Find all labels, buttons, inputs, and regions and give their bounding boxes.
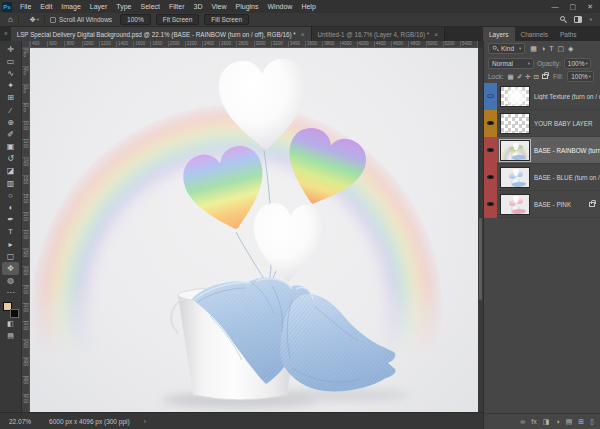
pen-tool[interactable]: ✒ — [2, 214, 19, 226]
status-chevron-icon[interactable]: › — [144, 418, 146, 425]
visibility-eye-icon[interactable] — [487, 148, 494, 153]
chevron-down-icon[interactable]: ▾ — [590, 17, 592, 22]
panel-tab[interactable]: Channels — [515, 27, 554, 41]
new-group[interactable]: ▤ — [566, 418, 573, 426]
layer-name[interactable]: YOUR BABY LAYER — [534, 120, 593, 127]
layer-thumbnail[interactable] — [500, 140, 530, 161]
menu-item[interactable]: Type — [116, 3, 131, 10]
kind-filter-dropdown[interactable]: Kind ▾ — [488, 43, 525, 54]
option-button[interactable]: Fill Screen — [204, 14, 249, 25]
scrollbar-thumb[interactable] — [479, 218, 482, 300]
add-layer-mask[interactable]: ◨ — [543, 418, 550, 426]
clone-stamp-tool[interactable]: ▣ — [2, 141, 19, 153]
color-swatches[interactable] — [3, 302, 19, 318]
BASE - RAINBOW (turn on / off)[interactable]: BASE - RAINBOW (turn on / off) — [484, 137, 600, 164]
layer-name[interactable]: BASE - PINK — [534, 201, 571, 208]
screen-mode[interactable]: ▤ — [2, 330, 19, 342]
menu-item[interactable]: 3D — [194, 3, 203, 10]
layer-thumbnail[interactable] — [500, 194, 530, 215]
panel-tab[interactable]: Paths — [554, 27, 583, 41]
type-tool[interactable]: T — [2, 226, 19, 238]
BASE - PINK[interactable]: BASE - PINK — [484, 191, 600, 218]
workspace-icon[interactable] — [574, 16, 582, 23]
home-icon[interactable]: ⌂ — [8, 15, 13, 24]
chevron-down-icon[interactable]: ▾ — [37, 17, 39, 22]
fill-dropdown[interactable]: 100%▾ — [567, 71, 594, 82]
menu-item[interactable]: Layer — [90, 3, 108, 10]
background-color-swatch[interactable] — [10, 309, 19, 318]
eyedropper-tool[interactable]: ⁄ — [2, 104, 19, 116]
filter-shape-layers[interactable]: ▢ — [557, 45, 564, 53]
menu-item[interactable]: View — [212, 3, 227, 10]
gradient-tool[interactable]: ▥ — [2, 177, 19, 189]
new-layer[interactable]: ⊞ — [578, 418, 584, 426]
link-layers[interactable]: ∞ — [520, 418, 525, 425]
search-icon[interactable] — [560, 16, 567, 23]
menu-item[interactable]: Plugins — [236, 3, 259, 10]
YOUR BABY LAYER[interactable]: YOUR BABY LAYER — [484, 110, 600, 137]
menu-item[interactable]: Filter — [169, 3, 185, 10]
layer-effects[interactable]: fx — [531, 418, 536, 425]
lock-transparent[interactable]: ▦ — [508, 73, 514, 81]
document-tab[interactable]: Untitled-1 @ 16.7% (Layer 4, RGB/16) * × — [312, 27, 446, 41]
lock-paint[interactable]: ✐ — [517, 73, 522, 81]
menu-item[interactable]: Help — [301, 3, 315, 10]
visibility-eye-icon[interactable] — [487, 121, 494, 126]
layer-name[interactable]: Light Texture (turn on / off) — [534, 93, 600, 100]
hand-tool-icon[interactable]: ✥ — [30, 16, 36, 24]
option-button[interactable]: Fit Screen — [156, 14, 200, 25]
layer-thumbnail[interactable] — [500, 86, 530, 107]
scroll-all-windows-checkbox[interactable] — [50, 17, 56, 23]
quick-mask[interactable]: ◧ — [2, 318, 19, 330]
new-adjustment-layer[interactable]: ◑ — [555, 418, 559, 425]
healing-brush-tool[interactable]: ⊕ — [2, 116, 19, 128]
filter-pixel-layers[interactable]: ▦ — [530, 45, 537, 53]
visibility-eye-icon[interactable] — [487, 94, 494, 99]
close[interactable]: ✕ — [587, 3, 593, 11]
delete-layer[interactable]: ▯ — [590, 418, 594, 426]
brush-tool[interactable]: ✐ — [2, 128, 19, 140]
menu-item[interactable]: Select — [141, 3, 160, 10]
layer-thumbnail[interactable] — [500, 167, 530, 188]
edit-toolbar[interactable]: ⋯ — [2, 287, 19, 299]
opacity-dropdown[interactable]: 100%▾ — [564, 58, 591, 69]
history-brush-tool[interactable]: ↺ — [2, 153, 19, 165]
filter-type-layers[interactable]: T — [549, 45, 553, 53]
layer-name[interactable]: BASE - RAINBOW (turn on / off) — [534, 147, 600, 154]
lock-artboard[interactable]: ⊡ — [534, 73, 539, 81]
document-canvas[interactable] — [30, 48, 478, 412]
tab-overflow-icon[interactable]: « — [0, 27, 11, 41]
zoom-tool[interactable]: ◍ — [2, 275, 19, 287]
Light Texture (turn on / off)[interactable]: Light Texture (turn on / off) — [484, 83, 600, 110]
lock-all-icon[interactable] — [542, 74, 548, 79]
menu-item[interactable]: Image — [61, 3, 80, 10]
blur-tool[interactable]: ○ — [2, 189, 19, 201]
lasso-tool[interactable]: ∿ — [2, 67, 19, 79]
crop-tool[interactable]: ⊞ — [2, 92, 19, 104]
blend-mode-dropdown[interactable]: Normal▾ — [488, 58, 534, 69]
option-button[interactable]: 100% — [120, 14, 151, 25]
zoom-level[interactable]: 22.07% — [9, 418, 31, 425]
menu-item[interactable]: File — [20, 3, 31, 10]
dodge-tool[interactable]: ◖ — [2, 201, 19, 213]
move-tool[interactable]: ✛ — [2, 43, 19, 55]
marquee-tool[interactable]: ▭ — [2, 55, 19, 67]
visibility-eye-icon[interactable] — [487, 175, 494, 180]
quick-selection-tool[interactable]: ✦ — [2, 80, 19, 92]
close-icon[interactable]: × — [301, 31, 305, 38]
shape-tool[interactable]: ▢ — [2, 250, 19, 262]
path-selection-tool[interactable]: ▸ — [2, 238, 19, 250]
eraser-tool[interactable]: ◪ — [2, 165, 19, 177]
filter-smart-objects[interactable]: ◈ — [568, 45, 573, 53]
layer-thumbnail[interactable] — [500, 113, 530, 134]
menu-item[interactable]: Edit — [40, 3, 52, 10]
panel-tab[interactable]: Layers — [483, 27, 515, 41]
minimize[interactable]: — — [552, 3, 559, 11]
maximize[interactable]: ▢ — [570, 3, 577, 11]
document-tab[interactable]: LSP Special Delivery Digital Background.… — [11, 27, 312, 41]
hand-tool[interactable]: ✥ — [2, 262, 19, 274]
filter-adjustment-layers[interactable]: ◑ — [541, 45, 545, 53]
lock-position[interactable]: ✛ — [525, 73, 530, 81]
visibility-eye-icon[interactable] — [487, 202, 494, 207]
menu-item[interactable]: Window — [268, 3, 293, 10]
